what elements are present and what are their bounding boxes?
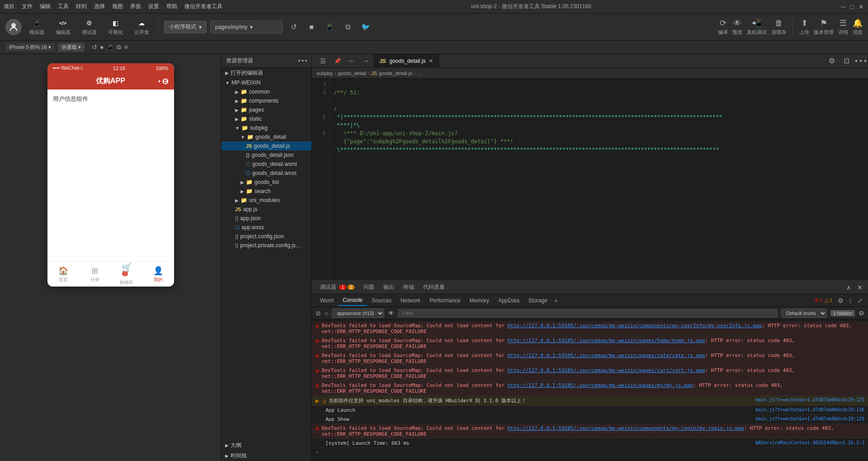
console-tab-console[interactable]: Console: [338, 295, 367, 306]
phone-tab-category[interactable]: ⊞ 分类: [79, 262, 111, 287]
forward-icon[interactable]: →: [359, 54, 373, 68]
sidebar-item-project-private[interactable]: {} project.private.config.js...: [222, 241, 311, 250]
console-more-icon[interactable]: ⋮: [845, 296, 855, 305]
sidebar-section-outline[interactable]: ▶ 大纲: [222, 440, 311, 451]
stop-icon[interactable]: ●: [100, 43, 104, 51]
menu-item-select[interactable]: 选择: [94, 3, 105, 10]
maximize-button[interactable]: □: [849, 4, 855, 10]
console-tab-wxml[interactable]: Wxml: [316, 296, 338, 306]
console-tab-appdata[interactable]: AppData: [494, 296, 524, 306]
menu-item-file[interactable]: 文件: [22, 3, 33, 10]
file-link[interactable]: main.js?t=wechat&s=1.d7d87ab0b6cdc29:129: [755, 416, 864, 421]
sidebar-item-search[interactable]: ▶ 📁 search: [222, 187, 311, 196]
pin-icon[interactable]: 📌: [330, 54, 344, 68]
menu-item-settings[interactable]: 设置: [148, 3, 159, 10]
real-debug-button[interactable]: 📲 真机调试: [747, 18, 767, 36]
console-settings-icon[interactable]: ⚙: [836, 296, 845, 305]
debug-tab-debugger[interactable]: 调试器 12: [316, 282, 359, 293]
console-tab-memory[interactable]: Memory: [465, 296, 494, 306]
editor-tab-goods-detail-js[interactable]: JS goods_detail.js ✕: [373, 54, 439, 68]
tab-menu-icon[interactable]: ☰: [316, 54, 330, 68]
sidebar-item-subpkg[interactable]: ▼ 📁 subpkg: [222, 123, 311, 132]
tab-close-icon[interactable]: ✕: [429, 58, 433, 64]
back-icon[interactable]: ←: [344, 54, 359, 68]
menu-item-view[interactable]: 视图: [112, 3, 123, 10]
menu-item-goto[interactable]: 转到: [76, 3, 87, 10]
copy-icon[interactable]: ⧉: [117, 43, 121, 51]
sidebar-item-project-config[interactable]: {} project.config.json: [222, 232, 311, 241]
phone-nav-cam[interactable]: ⊙: [162, 76, 169, 86]
refresh-icon[interactable]: ↺: [92, 43, 97, 51]
device-button[interactable]: 📱: [322, 20, 337, 34]
sourcemap-link[interactable]: http://127.0.0.1:59185/.sourcemap/mp-wei…: [507, 425, 744, 431]
phone-icon[interactable]: 📱: [106, 43, 114, 51]
sourcemap-link[interactable]: http://127.0.0.1:59185/.sourcemap/mp-wei…: [507, 338, 705, 343]
breadcrumb-file[interactable]: goods_detail.js: [379, 71, 412, 76]
menu-item-interface[interactable]: 界面: [130, 3, 141, 10]
debug-tab-terminal[interactable]: 终端: [399, 282, 419, 293]
file-link[interactable]: main.js?t=wechat&s=1.d7d87ab0b6cdc29:126: [755, 407, 864, 412]
sourcemap-link[interactable]: http://127.0.0.1:59185/.sourcemap/mp-wei…: [507, 353, 705, 358]
menu-item-tools[interactable]: 工具: [58, 3, 69, 10]
debug-tab-output[interactable]: 输出: [379, 282, 399, 293]
sidebar-item-app-wxss[interactable]: ⬡ app.wxss: [222, 223, 311, 232]
sidebar-item-common[interactable]: ▶ 📁 common: [222, 87, 311, 96]
console-tab-storage[interactable]: Storage: [524, 296, 552, 306]
console-tab-sources[interactable]: Sources: [367, 296, 396, 306]
notify-button[interactable]: 🔔 消息: [853, 18, 863, 36]
sourcemap-link[interactable]: http://127.0.0.1:59185/.sourcemap/mp-wei…: [507, 382, 693, 388]
menu-item-help[interactable]: 帮助: [166, 3, 177, 10]
breadcrumb-more[interactable]: …: [417, 71, 422, 76]
sidebar-section-timeline[interactable]: ▶ 时间线: [222, 451, 311, 461]
level-select[interactable]: Default levels: [781, 309, 827, 318]
editor-settings-icon[interactable]: ⚙: [825, 54, 839, 68]
sidebar-item-uni-modules[interactable]: ▶ 📁 uni_modules: [222, 196, 311, 205]
menu-item-wechat[interactable]: 微信开发者工具: [184, 3, 222, 10]
sidebar-item-app-js[interactable]: JS app.js: [222, 205, 311, 214]
console-tab-network[interactable]: Network: [396, 296, 425, 306]
sidebar-item-pages[interactable]: ▶ 📁 pages: [222, 105, 311, 114]
preview-button[interactable]: 👁 预览: [732, 19, 742, 36]
settings-icon[interactable]: ⚙: [859, 310, 864, 317]
console-tab-performance[interactable]: Performance: [425, 296, 465, 306]
breadcrumb-goods-detail[interactable]: goods_detail: [338, 71, 366, 76]
close-button[interactable]: ✕: [858, 4, 864, 10]
menu-item-project[interactable]: 项目: [4, 3, 14, 10]
sidebar-item-goods-detail-json[interactable]: {} goods_detail.json: [222, 151, 311, 160]
stop-button[interactable]: ■: [304, 20, 319, 34]
phone-tab-cart[interactable]: 🛒0 购物车: [111, 262, 142, 287]
sidebar-more-icon[interactable]: • • •: [298, 58, 307, 64]
eye-icon[interactable]: 👁: [388, 310, 394, 317]
sidebar-item-goods-detail-js[interactable]: JS goods_detail.js: [222, 141, 311, 151]
appservice-select[interactable]: appservice (#13): [332, 309, 384, 318]
more-icon[interactable]: ≡: [124, 43, 127, 51]
file-link[interactable]: main.js?t=wechat&s=1.d7d87ab0b6cdc29:125: [755, 397, 864, 402]
console-fullscreen-icon[interactable]: ⤢: [855, 296, 864, 305]
clear-cache-button[interactable]: 🗑 清缓存: [771, 19, 786, 36]
sidebar-section-mp-weixin[interactable]: ▼ MP-WEIXIN: [222, 78, 311, 87]
debugger-button[interactable]: ⚙ 调试器: [78, 16, 100, 38]
simulator-button[interactable]: 📱 模拟器: [25, 16, 48, 38]
hot-reload-button[interactable]: 热重载 ▾: [58, 43, 85, 52]
emoji-button[interactable]: 🐦: [359, 20, 373, 34]
editor-more-icon[interactable]: • • •: [854, 54, 868, 68]
sidebar-item-components[interactable]: ▶ 📁 components: [222, 96, 311, 105]
sidebar-item-goods-detail-wxml[interactable]: ⬡ goods_detail.wxml: [222, 160, 311, 169]
upload-button[interactable]: ⬆ 上传: [799, 18, 809, 36]
sidebar-item-app-json[interactable]: {} app.json: [222, 214, 311, 223]
path-selector[interactable]: pages/my/my ▾: [210, 21, 283, 33]
sidebar-item-goods-detail-wxss[interactable]: ⬡ goods_detail.wxss: [222, 169, 311, 178]
phone-tab-home[interactable]: 🏠 首页: [47, 262, 79, 287]
preserve-log-icon[interactable]: ○: [325, 310, 328, 317]
sidebar-item-static[interactable]: ▶ 📁 static: [222, 114, 311, 123]
refresh-button[interactable]: ↺: [286, 20, 301, 34]
device-selector[interactable]: iPhone 5 85% 16 ▾: [5, 43, 55, 51]
debug-tab-quality[interactable]: 代码质量: [419, 282, 449, 293]
debug-tab-problems[interactable]: 问题: [359, 282, 379, 293]
breadcrumb-subpkg[interactable]: subpkg: [316, 71, 332, 76]
mode-selector[interactable]: 小程序模式 ▾: [164, 21, 207, 33]
console-tab-more[interactable]: »: [552, 296, 561, 306]
minimize-button[interactable]: ─: [840, 4, 846, 10]
compile-button[interactable]: ⟳ 编译: [718, 18, 728, 36]
cloud-button[interactable]: ☁ 云开发: [130, 16, 153, 38]
